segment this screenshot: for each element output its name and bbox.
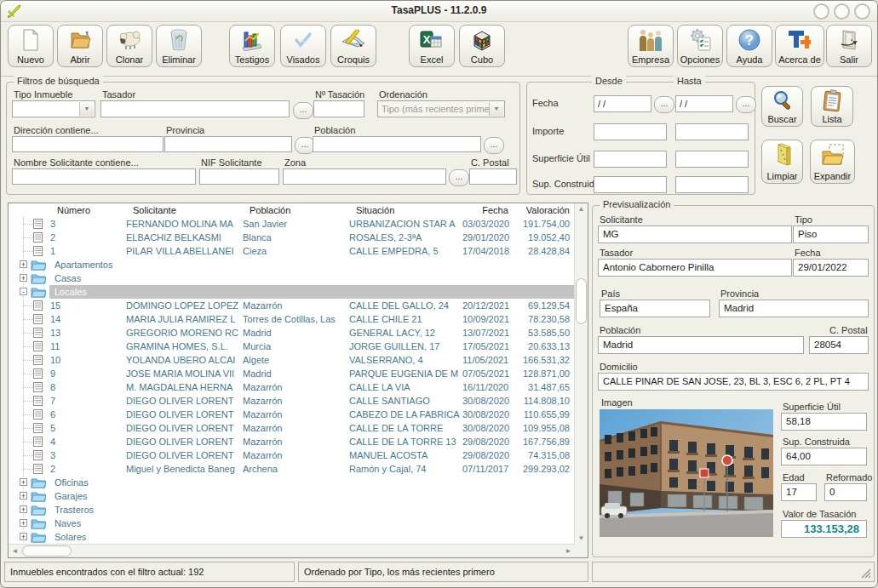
pais-value[interactable]: España	[600, 300, 710, 317]
scroll-down-icon[interactable]: ▼	[575, 533, 588, 545]
clonar-button[interactable]: Clonar	[106, 25, 152, 67]
ayuda-button[interactable]: ? Ayuda	[726, 25, 772, 67]
expand-icon[interactable]: +	[20, 274, 27, 282]
column-header-valoracion[interactable]: Valoración	[523, 203, 575, 217]
column-header-fecha[interactable]: Fecha	[468, 203, 523, 217]
nif-solicitante-input[interactable]	[199, 168, 279, 185]
expand-icon[interactable]: +	[20, 492, 27, 500]
sup-util-value[interactable]: 58,18	[781, 413, 867, 431]
tree-folder-row[interactable]: +Oficinas	[9, 476, 575, 489]
sup-util-hasta-input[interactable]	[675, 151, 749, 168]
table-row[interactable]: 13GREGORIO MORENO RCMadridGENERAL LACY, …	[9, 326, 575, 340]
table-row[interactable]: 3DIEGO OLIVER LORENTMazarrónMANUEL ACOST…	[9, 448, 575, 462]
sup-construida-hasta-input[interactable]	[675, 176, 749, 193]
tree-folder-row[interactable]: -Locales	[9, 285, 575, 299]
window-maximize-button[interactable]	[834, 3, 850, 20]
domicilio-value[interactable]: CALLE PINAR DE SAN JOSE, 23, BL 3, ESC 6…	[598, 373, 869, 391]
folder-label-area[interactable]: Garajes	[49, 489, 575, 503]
expand-icon[interactable]: +	[20, 260, 27, 268]
vertical-scrollbar[interactable]: ▲ ▼	[574, 203, 588, 545]
folder-label-area[interactable]: Naves	[49, 517, 575, 530]
visados-button[interactable]: Visados	[280, 25, 326, 67]
window-minimize-button[interactable]	[813, 3, 829, 20]
fecha-desde-browse-button[interactable]: ...	[654, 96, 674, 113]
cpostal-value[interactable]: 28054	[809, 336, 869, 354]
collapse-icon[interactable]: -	[20, 288, 27, 295]
tree-folder-row[interactable]: +Garajes	[9, 489, 575, 503]
buscar-button[interactable]: Buscar	[761, 86, 803, 127]
opciones-button[interactable]: Opciones	[677, 25, 723, 67]
folder-label-area[interactable]: Trasteros	[49, 503, 575, 517]
vertical-scroll-thumb[interactable]	[576, 278, 587, 324]
table-row[interactable]: 15DOMINGO LOPEZ LOPEZMazarrónCALLE DEL G…	[9, 299, 575, 312]
expand-icon[interactable]: +	[20, 505, 27, 513]
column-header-poblacion[interactable]: Población	[249, 203, 355, 217]
tree-folder-row[interactable]: +Solares	[9, 530, 575, 544]
provincia-value[interactable]: Madrid	[719, 300, 869, 317]
poblacion-filter-input[interactable]	[313, 136, 481, 152]
chevron-down-icon[interactable]: ▼	[489, 102, 503, 116]
fecha-hasta-input[interactable]: / /	[675, 95, 733, 112]
tree-folder-row[interactable]: +Trasteros	[9, 503, 575, 517]
eliminar-button[interactable]: Eliminar	[156, 25, 202, 67]
importe-hasta-input[interactable]	[675, 123, 749, 140]
table-row[interactable]: 10YOLANDA UBERO ALCAIAlgeteVALSERRANO, 4…	[9, 353, 575, 367]
expand-icon[interactable]: +	[20, 533, 27, 540]
table-row[interactable]: 5DIEGO OLIVER LORENTMazarrónCALLE DE LA …	[9, 421, 575, 435]
importe-desde-input[interactable]	[594, 123, 667, 140]
edad-value[interactable]: 17	[781, 483, 817, 501]
folder-label-area[interactable]: Oficinas	[49, 476, 575, 489]
tipo-value[interactable]: Piso	[793, 225, 869, 243]
acerca-de-button[interactable]: Acerca de	[775, 25, 824, 67]
cpostal-filter-input[interactable]	[469, 168, 517, 185]
folder-label-area[interactable]: Casas	[49, 271, 575, 285]
table-row[interactable]: 11GRAMINA HOMES, S.L.MurciaJORGE GUILLEN…	[9, 340, 575, 353]
expandir-button[interactable]: Expandir	[810, 140, 855, 184]
chevron-down-icon[interactable]: ▼	[79, 102, 94, 116]
table-row[interactable]: 2ELBACHIZ BELKASMIBlancaROSALES, 2-3ªA29…	[9, 231, 575, 244]
table-row[interactable]: 2Miguel y Benedicta BanegArchenaRamón y …	[9, 462, 575, 476]
fecha-desde-input[interactable]: / /	[594, 95, 651, 112]
scroll-right-icon[interactable]: ►	[562, 545, 575, 557]
tree-folder-row[interactable]: +Casas	[9, 271, 575, 285]
valor-tasacion-value[interactable]: 133.153,28	[781, 520, 867, 538]
tasador-input[interactable]	[100, 100, 290, 117]
direccion-input[interactable]	[12, 136, 164, 152]
tree-folder-row[interactable]: +Naves	[9, 517, 575, 530]
limpiar-button[interactable]: Limpiar	[761, 140, 803, 184]
folder-label-area[interactable]: Solares	[49, 530, 575, 544]
table-row[interactable]: 9JOSE MARIA MOLINA VIIMadridPARQUE EUGEN…	[9, 367, 575, 380]
tree-folder-row[interactable]: +Apartamentos	[9, 258, 575, 271]
sup-construida-value[interactable]: 64,00	[781, 448, 867, 465]
sup-util-desde-input[interactable]	[594, 151, 667, 168]
nuevo-button[interactable]: Nuevo	[8, 25, 54, 67]
horizontal-scrollbar[interactable]: ◄ ►	[9, 544, 575, 557]
excel-button[interactable]: X Excel	[409, 25, 455, 67]
nombre-solicitante-input[interactable]	[12, 168, 196, 185]
window-close-button[interactable]	[854, 3, 870, 20]
fecha-hasta-browse-button[interactable]: ...	[736, 96, 756, 113]
table-row[interactable]: 3FERNANDO MOLINA MASan JavierURBANIZACIO…	[9, 217, 575, 231]
tasador-browse-button[interactable]: ...	[293, 102, 313, 119]
table-row[interactable]: 4DIEGO OLIVER LORENTMazarrónCALLE DE LA …	[9, 435, 575, 448]
testigos-button[interactable]: Testigos	[229, 25, 275, 67]
croquis-button[interactable]: Croquis	[330, 25, 376, 67]
tasador-value[interactable]: Antonio Cabornero Pinilla	[598, 259, 792, 277]
ordenacion-select[interactable]: Tipo (más recientes primero)▼	[377, 100, 505, 117]
fecha-value[interactable]: 29/01/2022	[793, 259, 869, 277]
column-header-solicitante[interactable]: Solicitante	[132, 203, 249, 217]
lista-button[interactable]: Lista	[811, 86, 853, 127]
tipo-inmueble-select[interactable]: ▼	[12, 100, 95, 117]
expand-icon[interactable]: +	[20, 519, 27, 527]
reformado-value[interactable]: 0	[824, 483, 867, 501]
poblacion-value[interactable]: Madrid	[598, 336, 804, 354]
folder-label-area[interactable]: Apartamentos	[49, 258, 575, 271]
zona-browse-button[interactable]: ...	[449, 169, 469, 186]
table-row[interactable]: 6DIEGO OLIVER LORENTMazarrónCABEZO DE LA…	[9, 408, 575, 421]
cubo-button[interactable]: Cubo	[459, 25, 505, 67]
poblacion-browse-button[interactable]: ...	[484, 137, 504, 154]
resize-grip-icon[interactable]	[860, 568, 871, 579]
scroll-left-icon[interactable]: ◄	[9, 545, 21, 557]
table-row[interactable]: 1PILAR VILLA ABELLANEICiezaCALLE EMPEDRA…	[9, 244, 575, 258]
provincia-input[interactable]	[164, 136, 292, 152]
